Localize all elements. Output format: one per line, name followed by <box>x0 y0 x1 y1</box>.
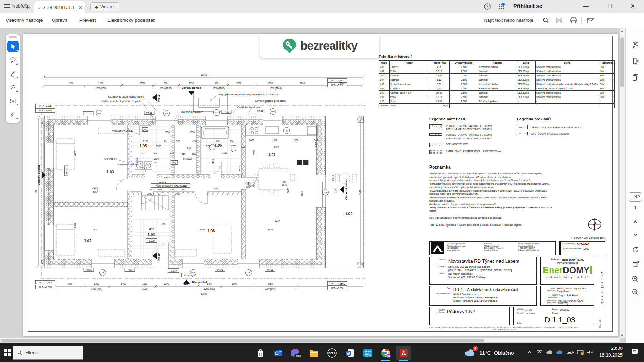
comment-tool-button[interactable] <box>7 54 19 66</box>
plan-label: 2020 <box>175 193 181 195</box>
table-cell: Keramická dlažba <box>478 86 517 91</box>
table-cell: Laminát <box>478 69 517 74</box>
home-button[interactable] <box>22 3 29 11</box>
tray-teams-icon[interactable] <box>535 348 544 357</box>
email-button[interactable] <box>587 17 595 25</box>
save-button[interactable] <box>556 17 563 25</box>
svg-text:PR.01: PR.01 <box>217 269 223 271</box>
plan-label: 3500 <box>92 228 98 231</box>
close-button[interactable]: ✕ <box>627 3 639 9</box>
taskbar-app-word[interactable]: W <box>342 346 358 360</box>
previous-page-button[interactable] <box>631 217 640 227</box>
next-page-button[interactable] <box>631 230 640 239</box>
print-icon <box>570 17 577 24</box>
plan-label: 500 <box>314 139 318 142</box>
plan-label: 800 <box>192 153 196 155</box>
toolbar-esign[interactable]: Elektronicky podepsat <box>107 18 155 23</box>
pdf-page[interactable]: 1.031.021.051.061.071.041.011.081.09-0,0… <box>23 34 618 336</box>
table-cell: SDK Strop <box>517 69 536 74</box>
star-icon[interactable]: ☆ <box>37 5 41 10</box>
scrollbar-thumb[interactable] <box>1 339 484 342</box>
legend-item-text: POROBETONOVÁ TVÁRNICE TL. 100mmZDĚNÍ NA … <box>446 133 492 140</box>
taskbar-app-chrome[interactable]: M <box>378 346 394 360</box>
plan-label: 1090 (1200) <box>160 87 172 90</box>
pages-panel-button[interactable] <box>631 73 640 82</box>
start-button[interactable] <box>3 348 11 358</box>
plan-label: 900 <box>158 188 162 191</box>
plan-label: 2100 <box>212 159 214 165</box>
taskbar-clock[interactable]: 23:30 16.10.2025 <box>594 345 623 359</box>
table-cell: Sokl <box>599 86 615 91</box>
tray-onedrive-blue-icon[interactable] <box>555 348 564 357</box>
table-cell: - <box>517 99 536 104</box>
tab-close-icon[interactable]: ✕ <box>79 5 82 10</box>
create-button[interactable]: + Vytvořit <box>90 2 119 11</box>
draw-tool-button[interactable] <box>7 81 19 93</box>
help-button[interactable]: ? <box>484 3 491 11</box>
table-cell: Sádrová omítka+malba/keramický obklad do… <box>536 82 599 86</box>
svg-text:P+S: P+S <box>172 162 176 164</box>
plan-label: 250 <box>182 153 186 155</box>
create-label: Vytvořit <box>100 4 115 9</box>
tray-onedrive-gray-icon[interactable] <box>545 348 554 357</box>
rotate-page-button[interactable] <box>631 245 640 254</box>
save-icon <box>556 17 563 24</box>
comments-panel-button[interactable] <box>631 40 640 49</box>
text-box-tool-button[interactable]: A <box>7 95 19 106</box>
apps-grid-button[interactable] <box>498 3 505 11</box>
plan-label: 1950 <box>236 82 242 84</box>
tray-battery-icon[interactable] <box>566 348 575 357</box>
plan-label: 7600 <box>35 190 37 195</box>
highlight-tool-button[interactable] <box>7 68 19 79</box>
minimize-button[interactable]: — <box>580 3 592 9</box>
plan-label: 800 <box>154 152 158 155</box>
tray-cast-icon[interactable] <box>576 348 585 357</box>
scroll-up-arrow[interactable]: ▲ <box>620 29 624 33</box>
note-line: zámečnické prvky atd.) předloží dodavate… <box>429 175 608 179</box>
taskbar-app-acrobat-active[interactable] <box>396 346 411 360</box>
weather-temp: 11°C <box>479 350 491 356</box>
taskbar-search-box[interactable]: Hledat <box>13 346 83 360</box>
horizontal-scrollbar[interactable] <box>0 338 620 342</box>
taskbar-app-explorer[interactable] <box>306 346 322 360</box>
table-cell: Sokl <box>599 69 615 74</box>
scroll-down-arrow[interactable]: ▼ <box>620 334 624 337</box>
taskbar-app-copilot[interactable]: M365 <box>288 346 304 360</box>
svg-text:-0,000: -0,000 <box>148 239 155 242</box>
document-tab[interactable]: ☆ Z-23-0048 D.1.1_03 ... ✕ <box>34 1 85 13</box>
signature-tool-button[interactable] <box>7 109 19 120</box>
taskbar-app-outlook[interactable] <box>270 346 286 360</box>
table-cell: 98,01 <box>429 104 450 108</box>
toolbar-all-tools[interactable]: Všechny nástroje <box>6 18 43 23</box>
signin-button[interactable]: Přihlásit se <box>513 3 542 9</box>
table-cell: 24,42 <box>429 91 450 95</box>
bookmarks-panel-button[interactable] <box>631 56 640 66</box>
zoom-out-button[interactable] <box>631 288 640 297</box>
running-indicator <box>399 360 408 361</box>
table-cell: 6,12 <box>429 78 450 82</box>
notification-center-icon[interactable] <box>630 347 639 356</box>
toolbar-convert[interactable]: Převést <box>79 18 96 23</box>
print-button[interactable] <box>570 17 577 25</box>
taskbar-app-store[interactable] <box>253 346 268 360</box>
svg-text:M365: M365 <box>296 355 301 357</box>
table-cell: Laminát <box>478 78 517 82</box>
plan-label: 2300 <box>156 145 161 148</box>
tray-chevron-icon[interactable] <box>525 348 534 357</box>
taskbar-app-dell[interactable]: DELL <box>324 346 340 360</box>
scrollbar-thumb[interactable] <box>620 37 624 87</box>
toolbar-edit[interactable]: Upravit <box>52 18 67 23</box>
export-pdf-button[interactable] <box>631 259 640 269</box>
restore-button[interactable]: ❐ <box>604 3 616 9</box>
search-button[interactable] <box>542 17 550 25</box>
table-cell: Laminát <box>478 74 517 78</box>
tray-speaker-icon[interactable] <box>586 348 595 357</box>
vertical-scrollbar[interactable]: ▲ ▼ <box>620 28 625 338</box>
taskbar-app-prime-video[interactable]: primevideo <box>360 346 376 360</box>
find-text-label[interactable]: Najít text nebo nástroje <box>484 18 533 23</box>
zoom-in-button[interactable] <box>631 274 640 284</box>
page-nav-chip[interactable]: ...NP <box>629 192 642 202</box>
taskbar-weather[interactable]: 4 11°C Oblačno <box>462 343 517 362</box>
palette-drag-handle[interactable] <box>9 36 17 38</box>
select-tool-button[interactable] <box>7 41 19 52</box>
